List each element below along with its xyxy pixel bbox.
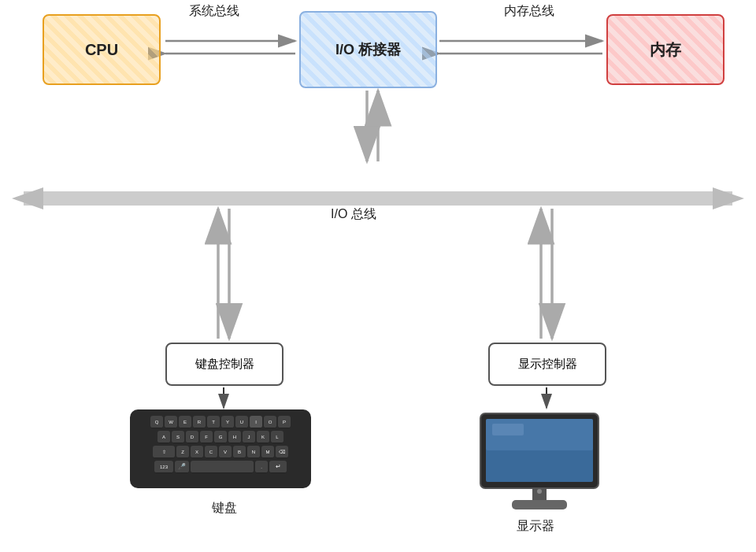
- display-device: [472, 409, 606, 512]
- display-controller-box: 显示控制器: [488, 343, 606, 386]
- memory-label: 内存: [650, 39, 681, 61]
- cpu-label: CPU: [85, 41, 118, 59]
- svg-rect-24: [492, 424, 524, 435]
- cpu-box: CPU: [43, 14, 161, 85]
- io-bus-label: I/O 总线: [331, 206, 376, 223]
- io-bridge-label: I/O 桥接器: [335, 40, 401, 59]
- display-device-label: 显示器: [465, 518, 606, 535]
- svg-point-27: [537, 489, 542, 494]
- keyboard-device-label: 键盘: [154, 500, 295, 517]
- diagram: CPU I/O 桥接器 内存 系统总线 内存总线 I/O 总线 键盘控制器 显示…: [0, 0, 756, 552]
- system-bus-label: 系统总线: [189, 3, 239, 20]
- keyboard-controller-box: 键盘控制器: [165, 343, 284, 386]
- svg-rect-26: [512, 500, 567, 509]
- keyboard-device: Q W E R T Y U I O P A S D F G H J K L: [130, 409, 311, 488]
- svg-marker-13: [12, 187, 43, 209]
- display-ctrl-label: 显示控制器: [518, 357, 577, 372]
- memory-bus-label: 内存总线: [504, 3, 554, 20]
- io-bridge-box: I/O 桥接器: [299, 11, 437, 88]
- memory-box: 内存: [606, 14, 724, 85]
- keyboard-ctrl-label: 键盘控制器: [195, 357, 254, 372]
- svg-marker-14: [713, 187, 744, 209]
